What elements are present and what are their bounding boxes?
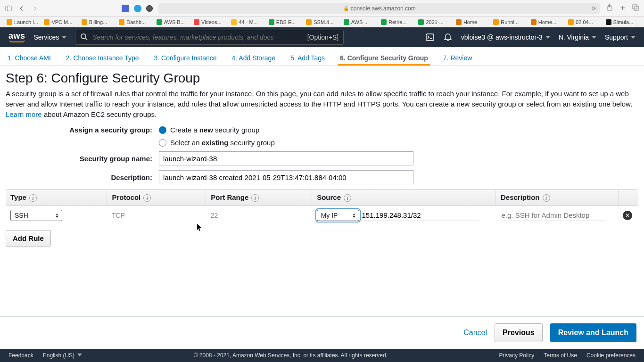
col-desc: Descriptioni [496,189,619,206]
wizard-step[interactable]: 2. Choose Instance Type [64,49,141,66]
terms-link[interactable]: Terms of Use [544,352,577,359]
extension-icon[interactable] [122,5,129,12]
back-icon[interactable] [18,5,25,12]
favicon-icon [157,19,162,25]
bookmark-item[interactable]: Launch i... [4,19,41,25]
learn-more-link[interactable]: Learn more [6,110,42,118]
bookmark-item[interactable]: VPC M... [41,19,78,25]
bookmark-label: Launch i... [14,19,38,25]
radio-create-new[interactable]: Create a new security group [159,126,259,134]
favicon-icon [418,19,424,25]
cookie-link[interactable]: Cookie preferences [586,352,636,359]
svg-rect-3 [633,5,637,9]
privacy-link[interactable]: Privacy Policy [499,352,535,359]
wizard-steps: 1. Choose AMI2. Choose Instance Type3. C… [0,47,644,66]
table-row: SSH TCP 22 My IP [6,206,638,225]
wizard-step[interactable]: 3. Configure Instance [152,49,218,66]
language-selector[interactable]: English (US) [43,352,82,359]
bookmark-item[interactable]: Home [453,19,490,25]
favicon-icon [306,19,312,25]
svg-marker-5 [62,36,66,39]
region-menu[interactable]: N. Virginia [559,33,596,41]
sidebar-toggle-icon[interactable] [5,5,12,12]
sg-name-input[interactable] [159,151,413,165]
sg-name-label: Security group name: [6,155,159,163]
bookmark-item[interactable]: Home... [528,19,565,25]
rule-type-select[interactable]: SSH [10,210,62,221]
feedback-link[interactable]: Feedback [8,352,33,359]
bookmark-label: AWS-... [351,19,369,25]
cancel-button[interactable]: Cancel [463,329,487,337]
radio-select-existing[interactable]: Select an existing security group [159,139,275,147]
select-arrows-icon [54,211,60,220]
address-bar[interactable]: 🔒 console.aws.amazon.com ⟳ [158,3,600,14]
info-icon[interactable]: i [344,194,351,202]
bookmark-label: VPC M... [51,19,72,25]
sg-desc-input[interactable] [159,170,413,184]
bookmark-item[interactable]: Retire... [378,19,415,25]
cloudshell-icon[interactable] [425,33,435,42]
info-icon[interactable]: i [143,194,151,202]
support-menu[interactable]: Support [605,33,636,41]
favicon-icon [194,19,199,25]
favicon-icon [568,19,574,25]
share-icon[interactable] [606,4,613,13]
favicon-icon [82,19,87,25]
bookmark-item[interactable]: Runni... [490,19,528,25]
reload-icon[interactable]: ⟳ [592,5,596,12]
page-description: A security group is a set of firewall ru… [6,89,638,119]
aws-logo[interactable]: aws [8,32,25,42]
info-icon[interactable]: i [543,194,550,202]
wizard-step[interactable]: 7. Review [441,49,474,66]
account-menu[interactable]: vbloise3 @ aws-instructor-3 [461,33,550,41]
bookmark-label: AWS B... [164,19,185,25]
extension-icon[interactable] [146,5,153,12]
svg-marker-11 [545,36,550,39]
forward-icon[interactable] [31,5,39,12]
bookmark-item[interactable]: SSM.d... [303,19,340,25]
global-search[interactable]: [Option+S] [75,30,344,45]
close-icon: ✕ [625,212,630,219]
rule-desc-input[interactable] [501,210,604,221]
bookmark-label: SSM.d... [314,19,333,25]
info-icon[interactable]: i [29,194,37,202]
extension-icon[interactable] [134,5,141,12]
bookmark-item[interactable]: 2021-... [415,19,453,25]
bell-icon[interactable] [443,33,453,42]
previous-button[interactable]: Previous [495,323,543,342]
rule-source-ip-input[interactable] [361,210,479,221]
bookmark-item[interactable]: Billing... [79,19,116,25]
bookmark-item[interactable]: EBS E... [266,19,303,25]
info-icon[interactable]: i [251,194,259,202]
radio-label: Select an existing security group [170,139,275,147]
wizard-step[interactable]: 6. Configure Security Group [338,49,430,66]
bookmark-item[interactable]: 02.04... [565,19,603,25]
new-tab-icon[interactable]: + [620,3,625,13]
search-input[interactable] [92,33,302,41]
favicon-icon [44,19,50,25]
remove-rule-button[interactable]: ✕ [623,211,632,220]
select-arrows-icon [351,211,357,220]
bookmark-item[interactable]: AWS-... [341,19,378,25]
rule-source-select[interactable]: My IP [317,210,359,221]
rule-port: 22 [206,206,312,225]
wizard-step[interactable]: 5. Add Tags [289,49,327,66]
rule-protocol: TCP [107,206,206,225]
wizard-step[interactable]: 4. Add Storage [230,49,278,66]
select-value: My IP [321,212,338,219]
bookmark-item[interactable]: 44 - M... [228,19,265,25]
bookmark-item[interactable]: AWS B... [154,19,191,25]
svg-marker-12 [592,36,596,39]
bookmark-item[interactable]: Simula... [603,19,640,25]
tabs-overview-icon[interactable] [632,4,639,13]
bookmark-label: 44 - M... [239,19,257,25]
services-menu[interactable]: Services [34,33,67,41]
bookmark-item[interactable]: Videos... [191,19,228,25]
desc-text-2: about Amazon EC2 security groups. [42,110,157,118]
review-launch-button[interactable]: Review and Launch [550,323,636,342]
add-rule-button[interactable]: Add Rule [6,230,51,247]
bookmark-item[interactable]: Dashb... [116,19,153,25]
bookmark-label: Home... [538,19,557,25]
wizard-step[interactable]: 1. Choose AMI [6,49,53,66]
language-label: English (US) [43,352,74,359]
